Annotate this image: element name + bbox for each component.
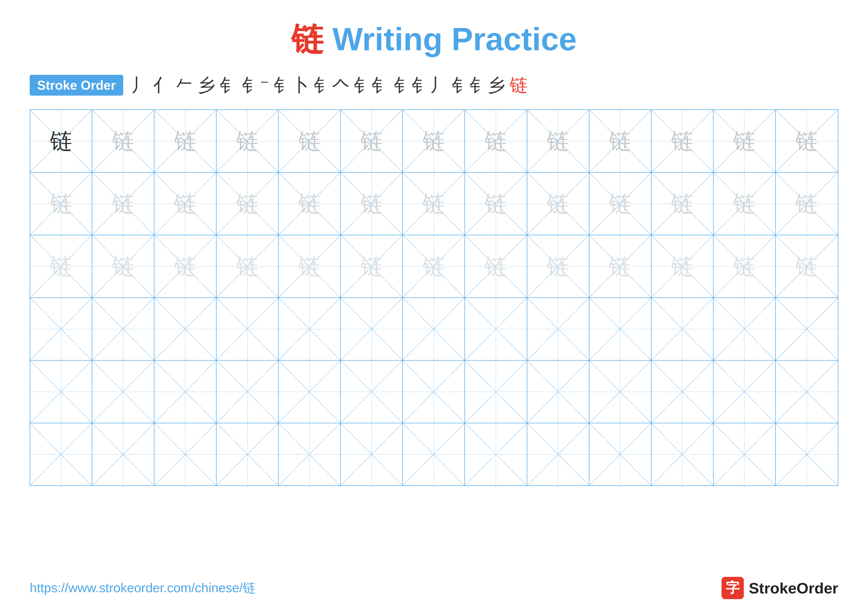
grid-cell-r2-10[interactable]: 链 [589,173,651,235]
grid-cell-r4-4[interactable] [217,298,279,360]
grid-cell-r2-12[interactable]: 链 [714,173,776,235]
stroke-11: 钅钅乡 [452,73,505,97]
grid-cell-r2-5[interactable]: 链 [279,173,341,235]
grid-cell-r6-8[interactable] [465,423,527,485]
grid-cell-r3-4[interactable]: 链 [217,235,279,297]
footer-url[interactable]: https://www.strokeorder.com/chinese/链 [30,579,256,597]
grid-cell-r3-1[interactable]: 链 [30,235,92,297]
grid-cell-r5-5[interactable] [279,361,341,423]
grid-cell-r6-6[interactable] [341,423,403,485]
stroke-6: 钅⁻ [242,73,269,97]
grid-cell-r1-13[interactable]: 链 [776,110,838,172]
stroke-12-final: 链 [510,73,527,97]
grid-cell-r2-11[interactable]: 链 [651,173,714,235]
grid-row-5 [30,361,838,423]
grid-cell-r6-5[interactable] [279,423,341,485]
grid-row-4 [30,298,838,361]
grid-cell-r3-9[interactable]: 链 [527,235,589,297]
grid-cell-r3-11[interactable]: 链 [651,235,714,297]
grid-cell-r4-7[interactable] [403,298,465,360]
grid-cell-r5-13[interactable] [776,361,838,423]
grid-cell-r1-6[interactable]: 链 [341,110,403,172]
grid-cell-r2-3[interactable]: 链 [154,173,217,235]
grid-cell-r3-12[interactable]: 链 [714,235,776,297]
grid-cell-r4-8[interactable] [465,298,527,360]
stroke-10: 钅钅丿 [394,73,447,97]
stroke-sequence: 丿 亻 𠂉 乡 钅 钅⁻ 钅卜 钅𠆢 钅钅 钅钅丿 钅钅乡 链 [131,73,527,97]
grid-cell-r6-4[interactable] [217,423,279,485]
grid-cell-r4-3[interactable] [154,298,217,360]
grid-cell-r6-2[interactable] [92,423,154,485]
grid-cell-r1-9[interactable]: 链 [527,110,589,172]
grid-cell-r4-9[interactable] [527,298,589,360]
grid-cell-r3-10[interactable]: 链 [589,235,651,297]
grid-cell-r3-13[interactable]: 链 [776,235,838,297]
grid-cell-r5-6[interactable] [341,361,403,423]
grid-cell-r3-8[interactable]: 链 [465,235,527,297]
stroke-order-row: Stroke Order 丿 亻 𠂉 乡 钅 钅⁻ 钅卜 钅𠆢 钅钅 钅钅丿 钅… [30,73,838,97]
grid-cell-r4-6[interactable] [341,298,403,360]
grid-cell-r2-6[interactable]: 链 [341,173,403,235]
grid-cell-r3-2[interactable]: 链 [92,235,154,297]
grid-cell-r4-11[interactable] [651,298,714,360]
grid-cell-r2-7[interactable]: 链 [403,173,465,235]
grid-cell-r6-11[interactable] [651,423,714,485]
grid-cell-r6-3[interactable] [154,423,217,485]
grid-cell-r6-12[interactable] [714,423,776,485]
grid-cell-dark[interactable]: 链 [30,110,92,172]
grid-cell-r1-7[interactable]: 链 [403,110,465,172]
stroke-5: 钅 [220,73,237,97]
grid-cell-r1-11[interactable]: 链 [651,110,714,172]
grid-cell-r4-10[interactable] [589,298,651,360]
grid-cell-r1-5[interactable]: 链 [279,110,341,172]
grid-cell-r1-2[interactable]: 链 [92,110,154,172]
grid-row-1: 链 链 链 链 链 链 链 链 链 链 链 链 链 [30,110,838,173]
page: 链 Writing Practice Stroke Order 丿 亻 𠂉 乡 … [0,0,868,614]
grid-cell-r2-8[interactable]: 链 [465,173,527,235]
grid-cell-r6-1[interactable] [30,423,92,485]
footer: https://www.strokeorder.com/chinese/链 字 … [30,577,838,599]
grid-cell-r5-7[interactable] [403,361,465,423]
stroke-9: 钅钅 [354,73,389,97]
grid-cell-r3-3[interactable]: 链 [154,235,217,297]
grid-cell-r4-12[interactable] [714,298,776,360]
logo-icon: 字 [722,577,744,599]
stroke-4: 乡 [197,73,215,97]
logo-text: StrokeOrder [749,579,838,597]
grid-cell-r3-6[interactable]: 链 [341,235,403,297]
grid-row-6 [30,423,838,485]
grid-cell-r6-10[interactable] [589,423,651,485]
grid-cell-r6-13[interactable] [776,423,838,485]
grid-row-3: 链 链 链 链 链 链 链 链 链 链 链 链 链 [30,235,838,298]
grid-cell-r4-13[interactable] [776,298,838,360]
grid-cell-r5-10[interactable] [589,361,651,423]
grid-cell-r2-2[interactable]: 链 [92,173,154,235]
grid-cell-r4-2[interactable] [92,298,154,360]
grid-cell-r5-8[interactable] [465,361,527,423]
grid-cell-r6-9[interactable] [527,423,589,485]
grid-cell-r5-2[interactable] [92,361,154,423]
grid-cell-r5-11[interactable] [651,361,714,423]
grid-cell-r2-9[interactable]: 链 [527,173,589,235]
grid-cell-r1-4[interactable]: 链 [217,110,279,172]
footer-logo: 字 StrokeOrder [722,577,838,599]
grid-cell-r1-12[interactable]: 链 [714,110,776,172]
grid-cell-r3-7[interactable]: 链 [403,235,465,297]
stroke-1: 丿 [131,73,149,97]
grid-cell-r5-3[interactable] [154,361,217,423]
grid-cell-r5-4[interactable] [217,361,279,423]
grid-cell-r1-3[interactable]: 链 [154,110,217,172]
grid-row-2: 链 链 链 链 链 链 链 链 链 链 链 链 链 [30,173,838,235]
grid-cell-r2-1[interactable]: 链 [30,173,92,235]
grid-cell-r4-5[interactable] [279,298,341,360]
grid-cell-r1-8[interactable]: 链 [465,110,527,172]
grid-cell-r2-13[interactable]: 链 [776,173,838,235]
grid-cell-r5-1[interactable] [30,361,92,423]
grid-cell-r3-5[interactable]: 链 [279,235,341,297]
grid-cell-r2-4[interactable]: 链 [217,173,279,235]
grid-cell-r6-7[interactable] [403,423,465,485]
grid-cell-r4-1[interactable] [30,298,92,360]
grid-cell-r5-9[interactable] [527,361,589,423]
grid-cell-r1-10[interactable]: 链 [589,110,651,172]
grid-cell-r5-12[interactable] [714,361,776,423]
